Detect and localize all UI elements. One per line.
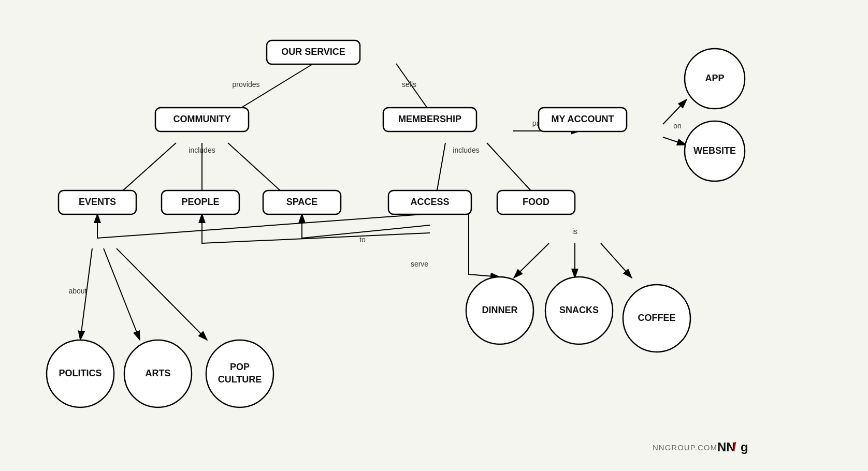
edge-label-sells: sells bbox=[402, 80, 416, 89]
label-politics: POLITICS bbox=[59, 368, 102, 378]
label-website: WEBSITE bbox=[693, 145, 736, 156]
label-arts: ARTS bbox=[146, 368, 171, 378]
label-dinner: DINNER bbox=[482, 305, 517, 315]
label-membership: MEMBERSHIP bbox=[398, 114, 461, 124]
label-our-service: OUR SERVICE bbox=[281, 47, 345, 57]
label-snacks: SNACKS bbox=[559, 305, 599, 315]
label-events: EVENTS bbox=[79, 197, 116, 207]
label-pop-culture-line1: POP bbox=[230, 362, 250, 372]
label-my-account: MY ACCOUNT bbox=[552, 114, 614, 124]
edge-label-includes-membership: includes bbox=[453, 146, 479, 154]
brand-url: NNGROUP.COM bbox=[653, 443, 717, 452]
label-app: APP bbox=[705, 73, 724, 83]
edge-label-about: about bbox=[68, 287, 86, 295]
edge-label-provides: provides bbox=[233, 80, 260, 89]
edge-label-is: is bbox=[572, 227, 577, 236]
brand-logo-g: g bbox=[741, 440, 748, 454]
edge-food-dinner bbox=[514, 243, 549, 278]
edge-events-arts bbox=[104, 248, 140, 340]
brand-logo-slash: / bbox=[733, 440, 736, 454]
label-coffee: COFFEE bbox=[638, 313, 675, 323]
edge-label-to: to bbox=[359, 236, 366, 244]
label-people: PEOPLE bbox=[181, 197, 219, 207]
label-food: FOOD bbox=[523, 197, 549, 207]
label-access: ACCESS bbox=[410, 197, 449, 207]
edge-label-serve: serve bbox=[411, 260, 428, 268]
label-pop-culture-line2: CULTURE bbox=[218, 374, 262, 385]
label-space: SPACE bbox=[286, 197, 318, 207]
label-community: COMMUNITY bbox=[173, 114, 231, 124]
edge-events-popculture bbox=[117, 248, 207, 340]
edge-access-serve bbox=[469, 214, 500, 277]
edge-access-events bbox=[97, 214, 430, 238]
edge-food-coffee bbox=[601, 243, 632, 278]
edge-myaccount-website bbox=[663, 137, 686, 145]
edge-access-space bbox=[302, 214, 430, 238]
edge-label-on: on bbox=[673, 122, 682, 130]
edge-myaccount-app bbox=[663, 99, 687, 124]
diagram-container: provides sells includes includes paid vi… bbox=[0, 0, 868, 471]
